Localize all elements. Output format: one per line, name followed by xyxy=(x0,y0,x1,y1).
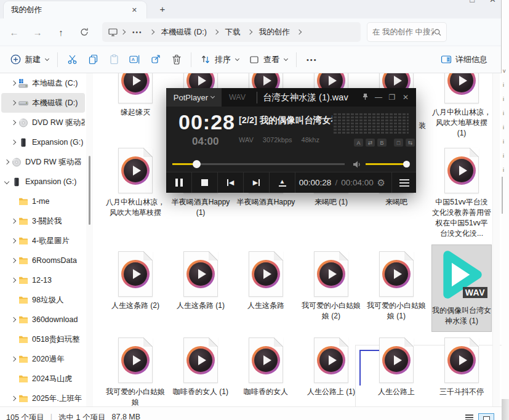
chevron-right-icon[interactable] xyxy=(11,238,16,243)
search-box[interactable] xyxy=(367,22,447,42)
volume-bar[interactable] xyxy=(366,163,407,165)
breadcrumb-item[interactable]: 我的创作 xyxy=(255,25,294,39)
pin-icon[interactable] xyxy=(358,93,372,102)
file-item[interactable]: 咖啡香的女人 (1) xyxy=(171,337,230,397)
ab-control-button[interactable]: A xyxy=(354,139,363,147)
breadcrumb-item[interactable]: 本機磁碟 (D:) xyxy=(158,25,210,39)
chevron-right-icon[interactable] xyxy=(11,100,16,105)
sidebar-item[interactable]: Expansion (G:) xyxy=(1,172,85,192)
sidebar-item[interactable]: 1-me xyxy=(1,192,85,211)
breadcrumb-item[interactable]: 下载 xyxy=(222,25,244,39)
sidebar-item[interactable]: DVD RW 驱动器 xyxy=(1,152,85,172)
chevron-right-icon[interactable] xyxy=(11,81,16,86)
breadcrumb-overflow[interactable]: ••• xyxy=(129,27,146,38)
details-view-toggle[interactable] xyxy=(465,414,473,420)
rename-button[interactable]: A xyxy=(124,50,145,69)
search-input[interactable] xyxy=(372,28,434,36)
view-button[interactable]: 查看 xyxy=(244,50,292,69)
pause-button[interactable] xyxy=(166,172,192,193)
forward-button[interactable]: → xyxy=(28,23,47,41)
file-item[interactable]: 人生这条路 (2) xyxy=(106,251,165,311)
maximize-icon[interactable]: □ xyxy=(470,0,475,6)
file-item[interactable]: 我可爱的小白姑娘娘 (2) xyxy=(302,251,361,321)
share-button[interactable] xyxy=(145,50,166,69)
seek-thumb[interactable] xyxy=(193,160,201,168)
sidebar-item[interactable]: DVD RW 驱动器 xyxy=(1,113,85,132)
file-item[interactable]: 八月中秋山林凉，风吹大地草枝摆 (1) xyxy=(432,73,491,139)
player-minimize-button[interactable]: — xyxy=(372,93,385,102)
this-pc-icon[interactable] xyxy=(108,28,118,36)
player-menu-button[interactable]: PotPlayer xyxy=(166,88,222,107)
cut-button[interactable] xyxy=(62,50,82,69)
file-item[interactable]: 人生公路上 (1) xyxy=(302,337,361,397)
player-restore-button[interactable]: ❐ xyxy=(385,93,399,102)
previous-button[interactable]: ◀ xyxy=(218,172,244,193)
chevron-down-icon[interactable] xyxy=(4,179,9,184)
sidebar-scrollbar[interactable] xyxy=(86,73,93,406)
tab-close-icon[interactable]: ✕ xyxy=(129,5,140,15)
sidebar-item[interactable]: 2020過年 xyxy=(1,349,85,369)
new-button[interactable]: 新建 xyxy=(5,50,54,69)
sidebar-item[interactable]: 3-關於我 xyxy=(1,211,85,231)
player-close-button[interactable]: ✕ xyxy=(399,93,412,102)
volume-thumb[interactable] xyxy=(403,161,410,168)
delete-button[interactable] xyxy=(166,50,187,69)
sort-button[interactable]: 排序 xyxy=(195,50,244,69)
file-item[interactable]: 人生这条路 (1) xyxy=(171,251,230,311)
sidebar-item[interactable]: 98垃圾人 xyxy=(1,290,85,310)
file-item[interactable]: 八月中秋山林凉，风吹大地草枝摆 xyxy=(106,148,165,218)
playlist-menu-button[interactable] xyxy=(391,172,416,193)
file-item[interactable]: 我可爱的小白姑娘娘 xyxy=(106,337,165,406)
paste-button[interactable] xyxy=(103,50,124,69)
more-options-button[interactable]: ••• xyxy=(300,56,324,63)
file-item[interactable]: WAV我的偶像叫台湾女神水漾 (1) xyxy=(432,245,491,331)
sidebar-item[interactable]: 本地磁盘 (C:) xyxy=(1,73,85,93)
sidebar-item[interactable]: 2025年.上班年 xyxy=(1,389,85,406)
sidebar-item[interactable]: 360download xyxy=(1,310,85,329)
chevron-right-icon[interactable] xyxy=(11,278,16,283)
chevron-right-icon[interactable] xyxy=(11,396,16,401)
next-button[interactable]: ▶ xyxy=(244,172,270,193)
sidebar-item[interactable]: 本機磁碟 (D:) xyxy=(1,93,85,113)
seek-bar[interactable] xyxy=(172,163,345,165)
chevron-right-icon[interactable] xyxy=(11,357,16,361)
file-item[interactable]: 中国51vv平台没文化没教养善用管权在中国51vv平台没文化没... xyxy=(432,148,491,239)
copy-button[interactable] xyxy=(82,50,103,69)
sidebar-item[interactable]: 2024马山虎 xyxy=(1,369,85,389)
sidebar-scrollbar-thumb[interactable] xyxy=(89,156,90,225)
file-item[interactable]: 三千斗抖不停 xyxy=(432,337,491,397)
chevron-right-icon[interactable] xyxy=(11,140,16,145)
ab-control-button[interactable]: B xyxy=(377,139,387,147)
file-item[interactable]: 人生公路上 xyxy=(367,337,426,397)
volume-icon[interactable] xyxy=(353,160,363,169)
thumbnail-view-toggle[interactable] xyxy=(478,413,494,420)
ab-control-button[interactable]: ⇆ xyxy=(406,139,415,147)
details-pane-button[interactable]: 详细信息 xyxy=(436,50,492,69)
chevron-right-icon[interactable] xyxy=(11,317,16,322)
content-scrollbar[interactable] xyxy=(492,73,500,406)
close-icon[interactable]: ✕ xyxy=(489,0,496,6)
sidebar-item[interactable]: 0518贵妇玩整 xyxy=(1,329,85,349)
ab-control-button[interactable]: ⇄ xyxy=(366,139,375,147)
up-button[interactable]: ↑ xyxy=(52,23,70,41)
sidebar-item[interactable]: 4-歌星圖片 xyxy=(1,231,85,251)
file-item[interactable]: 咖啡香的女人 xyxy=(236,337,295,397)
sidebar-item[interactable]: Expansion (G:) xyxy=(1,132,85,152)
explorer-tab[interactable]: 我的创作 ✕ xyxy=(4,1,146,18)
file-item[interactable]: 我可爱的小白姑娘娘 (1) xyxy=(367,251,426,321)
open-eject-button[interactable]: ▲ xyxy=(270,172,295,193)
ab-control-button[interactable]: □ xyxy=(394,139,403,147)
new-tab-button[interactable]: + xyxy=(155,2,170,16)
settings-gear-icon[interactable]: ⚙ xyxy=(377,177,385,188)
refresh-button[interactable] xyxy=(75,23,94,41)
chevron-right-icon[interactable] xyxy=(11,219,16,224)
sidebar-item[interactable]: 6RoomsData xyxy=(1,251,85,270)
chevron-right-icon[interactable] xyxy=(4,160,9,164)
player-title-bar[interactable]: PotPlayer WAV 台湾女神水漾 (1).wav — ❐ ✕ xyxy=(166,88,416,107)
stop-button[interactable] xyxy=(192,172,218,193)
file-item[interactable]: 缘起缘灭 xyxy=(106,73,165,118)
file-item[interactable]: 人生这条路 xyxy=(236,251,295,311)
chevron-right-icon[interactable] xyxy=(11,258,16,263)
back-button[interactable]: ← xyxy=(5,23,23,41)
sidebar-item[interactable]: 12-13 xyxy=(1,270,85,290)
